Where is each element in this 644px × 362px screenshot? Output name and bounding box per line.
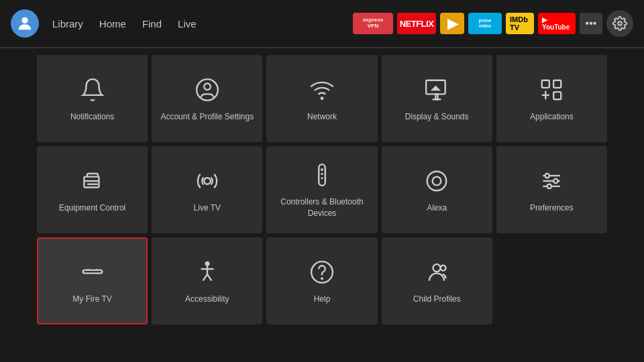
more-apps-button[interactable]: ••• xyxy=(580,13,602,34)
nav-find[interactable]: Find xyxy=(142,18,162,29)
svg-rect-14 xyxy=(84,176,99,187)
svg-rect-10 xyxy=(554,80,561,87)
tv-remote-icon xyxy=(78,166,107,196)
cell-equipment-label: Equipment Control xyxy=(55,202,129,214)
cell-display-label: Display & Sounds xyxy=(401,111,473,123)
svg-line-40 xyxy=(207,274,211,281)
accessibility-icon xyxy=(193,257,222,287)
cell-myfiretv-label: My Fire TV xyxy=(68,294,115,305)
cell-accessibility[interactable]: Accessibility xyxy=(152,237,262,324)
cell-controllers[interactable]: Controllers & Bluetooth Devices xyxy=(266,146,377,233)
cell-livetv-label: Live TV xyxy=(190,202,225,214)
cell-network[interactable]: Network xyxy=(266,55,377,142)
wifi-icon xyxy=(307,75,337,105)
person-circle-icon xyxy=(193,75,222,105)
cell-alexa[interactable]: Alexa xyxy=(382,146,492,233)
apps-icon xyxy=(537,75,566,105)
settings-gear-button[interactable] xyxy=(606,10,633,37)
bell-icon xyxy=(78,75,107,105)
svg-point-3 xyxy=(204,83,211,90)
svg-marker-8 xyxy=(433,86,439,90)
cell-equipment[interactable]: Equipment Control xyxy=(37,146,148,233)
child-profiles-icon xyxy=(422,257,451,287)
cell-notifications-label: Notifications xyxy=(66,111,118,123)
nav-live[interactable]: Live xyxy=(178,18,197,29)
app-imdb[interactable]: IMDb TV xyxy=(506,13,534,34)
cell-accessibility-label: Accessibility xyxy=(181,294,233,305)
cell-myfiretv[interactable]: My Fire TV xyxy=(37,237,148,324)
cell-help[interactable]: Help xyxy=(266,237,377,324)
alexa-icon xyxy=(422,166,451,196)
cell-help-label: Help xyxy=(310,294,335,305)
cell-alexa-label: Alexa xyxy=(423,202,451,214)
cell-account-label: Account & Profile Settings xyxy=(156,111,258,123)
app-expressvpn[interactable]: expressVPN xyxy=(353,13,393,34)
settings-grid: Notifications Account & Profile Settings… xyxy=(37,55,607,324)
firestick-icon xyxy=(78,257,107,287)
svg-line-39 xyxy=(203,274,207,281)
app-prime[interactable]: primevideo xyxy=(468,13,502,34)
top-nav: Library Home Find Live expressVPN NETFLI… xyxy=(0,0,644,47)
cell-controllers-label: Controllers & Bluetooth Devices xyxy=(266,196,377,219)
help-icon xyxy=(307,257,337,287)
svg-point-1 xyxy=(618,21,622,25)
cell-applications-label: Applications xyxy=(526,111,578,123)
cell-childprofiles-label: Child Profiles xyxy=(409,294,465,305)
nav-home[interactable]: Home xyxy=(99,18,126,29)
svg-point-30 xyxy=(545,174,549,178)
svg-point-26 xyxy=(433,176,441,185)
svg-point-20 xyxy=(204,178,211,184)
svg-point-36 xyxy=(205,262,209,265)
app-icons: expressVPN NETFLIX ▶ primevideo IMDb TV … xyxy=(353,10,633,37)
svg-point-0 xyxy=(21,17,28,23)
app-youtube[interactable]: ▶ YouTube xyxy=(538,13,576,34)
svg-rect-9 xyxy=(542,80,549,87)
app-plex[interactable]: ▶ xyxy=(440,13,464,34)
nav-library[interactable]: Library xyxy=(52,18,83,29)
cell-account[interactable]: Account & Profile Settings xyxy=(152,55,262,142)
cell-preferences-label: Preferences xyxy=(526,202,578,214)
svg-point-32 xyxy=(547,184,551,188)
avatar[interactable] xyxy=(11,9,39,38)
svg-point-25 xyxy=(427,171,447,190)
cell-childprofiles[interactable]: Child Profiles xyxy=(382,237,492,324)
antenna-icon xyxy=(193,166,222,196)
settings-grid-area: Notifications Account & Profile Settings… xyxy=(0,48,644,331)
app-netflix[interactable]: NETFLIX xyxy=(397,13,436,34)
cell-livetv[interactable]: Live TV xyxy=(152,146,262,233)
nav-links: Library Home Find Live xyxy=(52,18,197,29)
cell-display[interactable]: Display & Sounds xyxy=(382,55,492,142)
cell-preferences[interactable]: Preferences xyxy=(496,146,607,233)
display-sound-icon xyxy=(422,75,451,105)
svg-rect-33 xyxy=(83,269,102,273)
svg-point-43 xyxy=(433,264,441,272)
cell-network-label: Network xyxy=(303,111,341,123)
svg-point-44 xyxy=(441,265,446,270)
svg-rect-11 xyxy=(554,92,561,99)
svg-point-31 xyxy=(554,178,558,182)
sliders-icon xyxy=(537,166,566,196)
remote-icon xyxy=(307,160,337,190)
cell-applications[interactable]: Applications xyxy=(496,55,607,142)
cell-notifications[interactable]: Notifications xyxy=(37,55,148,142)
